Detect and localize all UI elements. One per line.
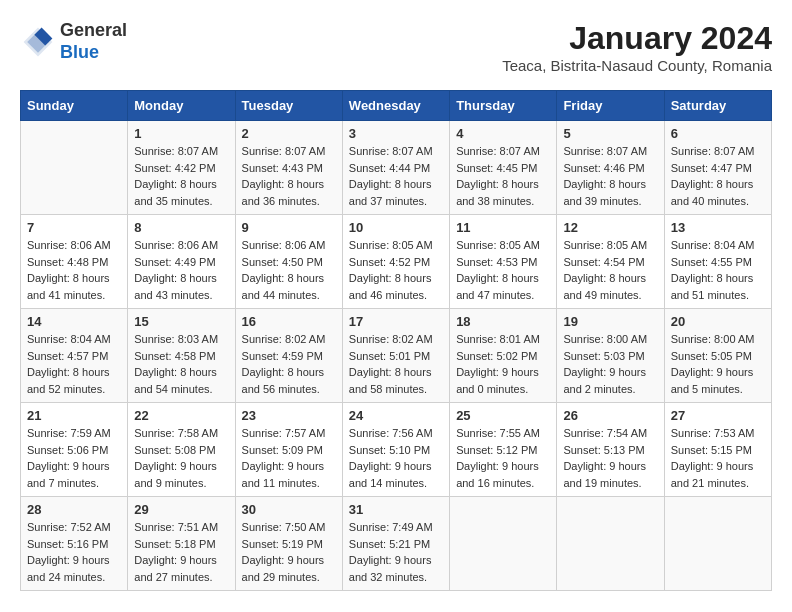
- calendar-cell: 30Sunrise: 7:50 AM Sunset: 5:19 PM Dayli…: [235, 497, 342, 591]
- weekday-header-friday: Friday: [557, 91, 664, 121]
- day-number: 20: [671, 314, 765, 329]
- day-info: Sunrise: 8:06 AM Sunset: 4:48 PM Dayligh…: [27, 237, 121, 303]
- weekday-header-monday: Monday: [128, 91, 235, 121]
- day-info: Sunrise: 7:51 AM Sunset: 5:18 PM Dayligh…: [134, 519, 228, 585]
- calendar-cell: 29Sunrise: 7:51 AM Sunset: 5:18 PM Dayli…: [128, 497, 235, 591]
- calendar-cell: 23Sunrise: 7:57 AM Sunset: 5:09 PM Dayli…: [235, 403, 342, 497]
- calendar-cell: 8Sunrise: 8:06 AM Sunset: 4:49 PM Daylig…: [128, 215, 235, 309]
- calendar-cell: 7Sunrise: 8:06 AM Sunset: 4:48 PM Daylig…: [21, 215, 128, 309]
- day-number: 5: [563, 126, 657, 141]
- day-number: 29: [134, 502, 228, 517]
- day-info: Sunrise: 8:07 AM Sunset: 4:43 PM Dayligh…: [242, 143, 336, 209]
- day-info: Sunrise: 8:06 AM Sunset: 4:49 PM Dayligh…: [134, 237, 228, 303]
- calendar-week-row: 21Sunrise: 7:59 AM Sunset: 5:06 PM Dayli…: [21, 403, 772, 497]
- day-number: 12: [563, 220, 657, 235]
- calendar-cell: [21, 121, 128, 215]
- weekday-header-tuesday: Tuesday: [235, 91, 342, 121]
- calendar-cell: 13Sunrise: 8:04 AM Sunset: 4:55 PM Dayli…: [664, 215, 771, 309]
- day-info: Sunrise: 7:54 AM Sunset: 5:13 PM Dayligh…: [563, 425, 657, 491]
- calendar-cell: 14Sunrise: 8:04 AM Sunset: 4:57 PM Dayli…: [21, 309, 128, 403]
- calendar-week-row: 7Sunrise: 8:06 AM Sunset: 4:48 PM Daylig…: [21, 215, 772, 309]
- day-info: Sunrise: 8:06 AM Sunset: 4:50 PM Dayligh…: [242, 237, 336, 303]
- calendar-cell: [664, 497, 771, 591]
- day-info: Sunrise: 8:04 AM Sunset: 4:55 PM Dayligh…: [671, 237, 765, 303]
- logo-icon: [20, 24, 56, 60]
- day-number: 6: [671, 126, 765, 141]
- day-info: Sunrise: 8:07 AM Sunset: 4:42 PM Dayligh…: [134, 143, 228, 209]
- day-info: Sunrise: 8:00 AM Sunset: 5:03 PM Dayligh…: [563, 331, 657, 397]
- calendar-cell: 5Sunrise: 8:07 AM Sunset: 4:46 PM Daylig…: [557, 121, 664, 215]
- day-number: 24: [349, 408, 443, 423]
- day-info: Sunrise: 7:49 AM Sunset: 5:21 PM Dayligh…: [349, 519, 443, 585]
- calendar-cell: 20Sunrise: 8:00 AM Sunset: 5:05 PM Dayli…: [664, 309, 771, 403]
- calendar-cell: 21Sunrise: 7:59 AM Sunset: 5:06 PM Dayli…: [21, 403, 128, 497]
- page-header: General Blue January 2024 Teaca, Bistrit…: [20, 20, 772, 74]
- calendar-cell: 12Sunrise: 8:05 AM Sunset: 4:54 PM Dayli…: [557, 215, 664, 309]
- day-number: 13: [671, 220, 765, 235]
- day-number: 23: [242, 408, 336, 423]
- day-info: Sunrise: 8:03 AM Sunset: 4:58 PM Dayligh…: [134, 331, 228, 397]
- day-number: 22: [134, 408, 228, 423]
- calendar-cell: 25Sunrise: 7:55 AM Sunset: 5:12 PM Dayli…: [450, 403, 557, 497]
- day-info: Sunrise: 8:05 AM Sunset: 4:52 PM Dayligh…: [349, 237, 443, 303]
- day-info: Sunrise: 8:05 AM Sunset: 4:53 PM Dayligh…: [456, 237, 550, 303]
- day-number: 17: [349, 314, 443, 329]
- calendar-week-row: 14Sunrise: 8:04 AM Sunset: 4:57 PM Dayli…: [21, 309, 772, 403]
- weekday-header-sunday: Sunday: [21, 91, 128, 121]
- calendar-cell: [557, 497, 664, 591]
- month-title: January 2024: [502, 20, 772, 57]
- calendar-cell: 26Sunrise: 7:54 AM Sunset: 5:13 PM Dayli…: [557, 403, 664, 497]
- calendar-cell: 24Sunrise: 7:56 AM Sunset: 5:10 PM Dayli…: [342, 403, 449, 497]
- day-info: Sunrise: 7:50 AM Sunset: 5:19 PM Dayligh…: [242, 519, 336, 585]
- calendar-cell: [450, 497, 557, 591]
- day-info: Sunrise: 8:07 AM Sunset: 4:46 PM Dayligh…: [563, 143, 657, 209]
- day-number: 1: [134, 126, 228, 141]
- day-number: 21: [27, 408, 121, 423]
- calendar-week-row: 1Sunrise: 8:07 AM Sunset: 4:42 PM Daylig…: [21, 121, 772, 215]
- day-info: Sunrise: 8:00 AM Sunset: 5:05 PM Dayligh…: [671, 331, 765, 397]
- weekday-header-wednesday: Wednesday: [342, 91, 449, 121]
- calendar-cell: 10Sunrise: 8:05 AM Sunset: 4:52 PM Dayli…: [342, 215, 449, 309]
- calendar-cell: 18Sunrise: 8:01 AM Sunset: 5:02 PM Dayli…: [450, 309, 557, 403]
- day-number: 28: [27, 502, 121, 517]
- day-info: Sunrise: 8:02 AM Sunset: 4:59 PM Dayligh…: [242, 331, 336, 397]
- calendar-cell: 27Sunrise: 7:53 AM Sunset: 5:15 PM Dayli…: [664, 403, 771, 497]
- calendar-cell: 31Sunrise: 7:49 AM Sunset: 5:21 PM Dayli…: [342, 497, 449, 591]
- day-number: 16: [242, 314, 336, 329]
- day-number: 31: [349, 502, 443, 517]
- title-section: January 2024 Teaca, Bistrita-Nasaud Coun…: [502, 20, 772, 74]
- calendar-cell: 22Sunrise: 7:58 AM Sunset: 5:08 PM Dayli…: [128, 403, 235, 497]
- calendar-cell: 4Sunrise: 8:07 AM Sunset: 4:45 PM Daylig…: [450, 121, 557, 215]
- day-number: 7: [27, 220, 121, 235]
- day-number: 19: [563, 314, 657, 329]
- calendar-cell: 15Sunrise: 8:03 AM Sunset: 4:58 PM Dayli…: [128, 309, 235, 403]
- day-number: 8: [134, 220, 228, 235]
- logo: General Blue: [20, 20, 127, 63]
- day-number: 10: [349, 220, 443, 235]
- weekday-header-saturday: Saturday: [664, 91, 771, 121]
- day-info: Sunrise: 8:07 AM Sunset: 4:47 PM Dayligh…: [671, 143, 765, 209]
- logo-text: General Blue: [60, 20, 127, 63]
- day-number: 26: [563, 408, 657, 423]
- calendar-cell: 19Sunrise: 8:00 AM Sunset: 5:03 PM Dayli…: [557, 309, 664, 403]
- calendar-cell: 2Sunrise: 8:07 AM Sunset: 4:43 PM Daylig…: [235, 121, 342, 215]
- calendar-cell: 6Sunrise: 8:07 AM Sunset: 4:47 PM Daylig…: [664, 121, 771, 215]
- day-number: 2: [242, 126, 336, 141]
- calendar-cell: 16Sunrise: 8:02 AM Sunset: 4:59 PM Dayli…: [235, 309, 342, 403]
- day-number: 3: [349, 126, 443, 141]
- day-number: 15: [134, 314, 228, 329]
- calendar-cell: 28Sunrise: 7:52 AM Sunset: 5:16 PM Dayli…: [21, 497, 128, 591]
- day-info: Sunrise: 7:52 AM Sunset: 5:16 PM Dayligh…: [27, 519, 121, 585]
- calendar-cell: 3Sunrise: 8:07 AM Sunset: 4:44 PM Daylig…: [342, 121, 449, 215]
- day-number: 25: [456, 408, 550, 423]
- calendar-cell: 17Sunrise: 8:02 AM Sunset: 5:01 PM Dayli…: [342, 309, 449, 403]
- calendar-table: SundayMondayTuesdayWednesdayThursdayFrid…: [20, 90, 772, 591]
- day-info: Sunrise: 8:07 AM Sunset: 4:45 PM Dayligh…: [456, 143, 550, 209]
- day-info: Sunrise: 7:59 AM Sunset: 5:06 PM Dayligh…: [27, 425, 121, 491]
- day-info: Sunrise: 7:57 AM Sunset: 5:09 PM Dayligh…: [242, 425, 336, 491]
- location-subtitle: Teaca, Bistrita-Nasaud County, Romania: [502, 57, 772, 74]
- day-info: Sunrise: 7:56 AM Sunset: 5:10 PM Dayligh…: [349, 425, 443, 491]
- weekday-header-thursday: Thursday: [450, 91, 557, 121]
- calendar-cell: 11Sunrise: 8:05 AM Sunset: 4:53 PM Dayli…: [450, 215, 557, 309]
- day-info: Sunrise: 7:58 AM Sunset: 5:08 PM Dayligh…: [134, 425, 228, 491]
